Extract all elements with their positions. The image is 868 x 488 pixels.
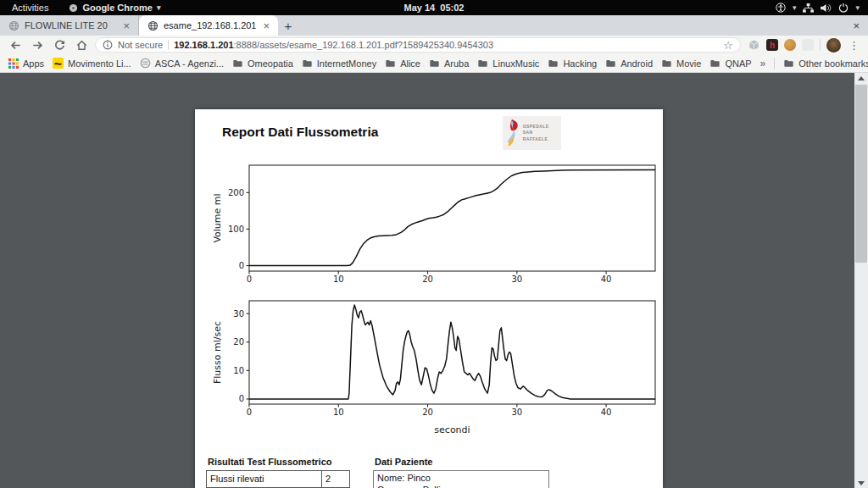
bookmark-label: InternetMoney	[317, 58, 376, 69]
bookmark-label: ASCA - Agenzi...	[155, 58, 224, 69]
tab-title: FLOWLINE LITE 20	[25, 20, 116, 30]
logo-text-line1: OSPEDALE	[523, 124, 559, 130]
folder-icon	[232, 58, 243, 69]
browser-menu-icon[interactable]: ⋮	[847, 39, 861, 52]
new-tab-button[interactable]: +	[278, 15, 298, 36]
results-row-label: Flussi rilevati	[207, 471, 322, 487]
bookmark-label: QNAP	[725, 58, 751, 69]
divider	[820, 39, 821, 51]
tab-strip: FLOWLINE LITE 20 × esame_192.168.1.201.p…	[0, 15, 868, 36]
bookmark-movimento[interactable]: Movimento Li...	[53, 58, 131, 69]
cube-extension-icon[interactable]	[748, 39, 760, 52]
tab-close-icon[interactable]: ×	[261, 20, 271, 31]
bookmark-label: Aruba	[444, 58, 469, 69]
address-bar[interactable]: Not secure 192.168.1.201:8888/assets/esa…	[95, 37, 741, 53]
app-menu-button[interactable]: Google Chrome ▾	[60, 3, 169, 13]
url-text[interactable]: 192.168.1.201:8888/assets/esame_192.168.…	[174, 40, 493, 50]
folder-icon	[302, 58, 313, 69]
bookmark-android[interactable]: Android	[605, 58, 653, 69]
svg-text:10: 10	[333, 408, 344, 417]
folder-icon	[661, 58, 672, 69]
logo-text-line2: SAN RAFFAELE	[523, 130, 559, 142]
folder-icon	[477, 58, 488, 69]
bookmark-asca[interactable]: ASCA - Agenzi...	[140, 58, 224, 69]
results-table: Flussi rilevati 2	[206, 470, 350, 488]
svg-text:30: 30	[233, 309, 244, 319]
svg-text:20: 20	[422, 274, 433, 284]
divider	[774, 58, 775, 69]
folder-icon	[783, 58, 794, 69]
bookmarks-bar: Apps Movimento Li... ASCA - Agenzi... Om…	[0, 54, 868, 73]
scroll-up-arrow-icon[interactable]	[858, 76, 865, 80]
apps-grid-icon	[8, 58, 19, 69]
folder-icon	[605, 58, 616, 69]
results-heading: Risultati Test Flussometrico	[208, 457, 332, 467]
folder-icon	[385, 58, 396, 69]
svg-text:secondi: secondi	[434, 424, 470, 435]
folder-icon	[548, 58, 559, 69]
svg-text:200: 200	[228, 188, 244, 197]
bookmark-movie[interactable]: Movie	[661, 58, 701, 69]
flow-chart: 0102030400102030Flusso ml/secsecondi	[209, 293, 663, 439]
patient-box: Nome: Pinco Cognome: Pallino	[373, 470, 549, 488]
bookmark-aruba[interactable]: Aruba	[429, 58, 469, 69]
bookmark-label: Omeopatia	[248, 58, 293, 69]
pdf-viewer-area: Report Dati Flussometria OSPEDALE SAN RA…	[0, 73, 868, 488]
bookmark-label: Other bookmarks	[798, 58, 868, 69]
bookmark-internetmoney[interactable]: InternetMoney	[302, 58, 376, 69]
bookmark-apps[interactable]: Apps	[8, 58, 44, 69]
yellow-favicon	[53, 58, 64, 69]
chrome-logo-icon	[69, 3, 78, 13]
bookmark-linuxmusic[interactable]: LinuxMusic	[477, 58, 539, 69]
security-label[interactable]: Not secure	[118, 40, 163, 50]
disabled-extension-icon[interactable]	[802, 39, 814, 51]
bookmarks-overflow-chevron[interactable]: »	[760, 58, 766, 69]
forward-button[interactable]	[29, 36, 46, 53]
pdf-page: Report Dati Flussometria OSPEDALE SAN RA…	[195, 109, 663, 488]
bookmark-star-icon[interactable]: ☆	[723, 39, 733, 52]
svg-text:20: 20	[422, 408, 433, 417]
bookmark-qnap[interactable]: QNAP	[709, 58, 751, 69]
h-extension-icon[interactable]: h	[766, 39, 778, 51]
profile-avatar[interactable]	[826, 38, 841, 53]
back-button[interactable]	[7, 36, 24, 53]
home-button[interactable]	[73, 36, 90, 53]
svg-text:Volume ml: Volume ml	[212, 193, 223, 242]
gray-favicon	[140, 58, 151, 69]
window-close-icon[interactable]: ×	[844, 19, 868, 32]
divider	[168, 40, 169, 50]
tab-close-icon[interactable]: ×	[121, 20, 131, 31]
bookmark-alice[interactable]: Alice	[385, 58, 420, 69]
chevron-down-icon: ▾	[855, 3, 860, 12]
reload-button[interactable]	[51, 36, 68, 53]
bookmark-omeopatia[interactable]: Omeopatia	[232, 58, 293, 69]
svg-text:0: 0	[239, 394, 244, 403]
tab-flowline-lite[interactable]: FLOWLINE LITE 20 ×	[0, 15, 139, 36]
cookie-extension-icon[interactable]	[784, 39, 796, 51]
svg-text:Flusso ml/sec: Flusso ml/sec	[212, 321, 223, 384]
browser-toolbar: Not secure 192.168.1.201:8888/assets/esa…	[0, 36, 868, 54]
scrollbar-thumb[interactable]	[855, 85, 867, 263]
svg-text:0: 0	[239, 261, 244, 270]
system-top-bar: Activities Google Chrome ▾ May 14 05:02 …	[0, 0, 868, 15]
chevron-down-icon: ▾	[793, 3, 797, 12]
system-status-area[interactable]: ▾ ▾	[776, 3, 868, 13]
svg-text:40: 40	[601, 408, 612, 417]
patient-name: Nome: Pinco	[377, 473, 545, 485]
bookmark-label: Android	[620, 58, 653, 69]
app-menu-label: Google Chrome	[82, 3, 153, 13]
globe-favicon	[147, 20, 159, 31]
info-icon	[103, 40, 113, 50]
scrollbar[interactable]	[854, 73, 868, 488]
svg-text:30: 30	[511, 408, 522, 417]
hospital-logo: OSPEDALE SAN RAFFAELE	[503, 116, 561, 150]
scroll-down-arrow-icon[interactable]	[858, 481, 865, 485]
svg-text:0: 0	[247, 408, 252, 417]
other-bookmarks-button[interactable]: Other bookmarks	[783, 58, 868, 69]
bookmark-label: Apps	[23, 58, 44, 69]
bookmark-hacking[interactable]: Hacking	[548, 58, 597, 69]
tab-esame-pdf[interactable]: esame_192.168.1.201.pdf ×	[139, 15, 278, 36]
folder-icon	[709, 58, 721, 69]
activities-button[interactable]: Activities	[0, 3, 60, 13]
patient-surname: Cognome: Pallino	[377, 485, 545, 488]
